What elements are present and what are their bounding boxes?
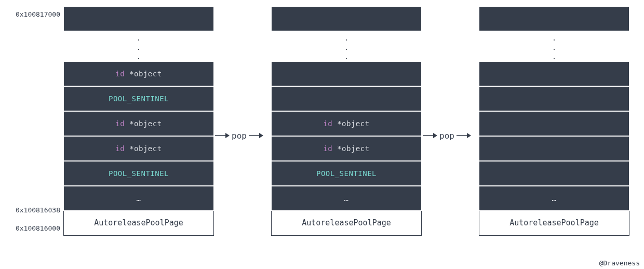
slot-object: id *object (63, 61, 214, 86)
page-footer: AutoreleasePoolPage (479, 211, 629, 236)
slot-ellipsis: … (63, 186, 214, 211)
svg-marker-7 (467, 133, 471, 138)
slot-empty (271, 61, 422, 86)
svg-marker-3 (259, 133, 263, 138)
slot-empty (271, 86, 422, 111)
svg-marker-1 (225, 133, 230, 138)
slot-sentinel: POOL_SENTINEL (63, 161, 214, 186)
diagram-canvas: 0x100817000 0x100816038 0x100816000 ...i… (0, 0, 644, 269)
slot-ellipsis: … (479, 186, 629, 211)
ellipsis-dots: ... (271, 31, 422, 61)
slot-empty (479, 136, 629, 161)
slot-empty (479, 61, 629, 86)
ellipsis-dots: ... (63, 31, 214, 61)
slot-object: id *object (271, 111, 422, 136)
svg-marker-5 (433, 133, 437, 138)
slot-empty (271, 6, 422, 31)
pop-arrow-2: pop (423, 128, 478, 143)
slot-object: id *object (63, 111, 214, 136)
page-column-before: ...id *objectPOOL_SENTINELid *objectid *… (63, 6, 214, 236)
page-column-after-one-pop: ...id *objectid *objectPOOL_SENTINEL…Aut… (271, 6, 422, 236)
slot-empty (479, 6, 629, 31)
page-footer: AutoreleasePoolPage (63, 211, 214, 236)
address-top: 0x100817000 (3, 10, 60, 18)
page-footer: AutoreleasePoolPage (271, 211, 422, 236)
slot-empty (479, 161, 629, 186)
slot-empty (479, 86, 629, 111)
slot-empty (479, 111, 629, 136)
ellipsis-dots: ... (479, 31, 629, 61)
slot-sentinel: POOL_SENTINEL (271, 161, 422, 186)
slot-ellipsis: … (271, 186, 422, 211)
slot-empty (63, 6, 214, 31)
pop-label-1: pop (230, 131, 249, 141)
credit: @Draveness (599, 259, 640, 267)
pop-arrow-1: pop (215, 128, 270, 143)
slot-sentinel: POOL_SENTINEL (63, 86, 214, 111)
address-base: 0x100816000 (3, 224, 60, 232)
slot-object: id *object (271, 136, 422, 161)
page-column-after-two-pops: ...…AutoreleasePoolPage (479, 6, 629, 236)
pop-label-2: pop (437, 131, 457, 141)
slot-object: id *object (63, 136, 214, 161)
address-meta: 0x100816038 (3, 206, 60, 214)
